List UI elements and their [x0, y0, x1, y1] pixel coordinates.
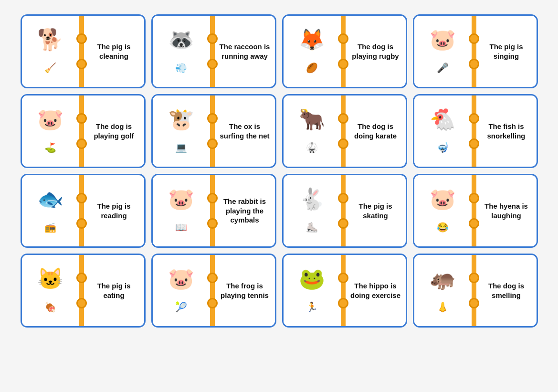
card-divider	[472, 255, 476, 326]
card-image: 🐸🏃	[284, 255, 341, 326]
card-pig-skating: 🐇⛸️ The pig is skating	[282, 174, 407, 248]
card-divider	[472, 175, 476, 246]
card-fish-snorkelling: 🐔🤿 The fish is snorkelling	[413, 94, 538, 168]
card-label: The rabbit is playing the cymbals	[220, 197, 270, 225]
card-image: 🐷🎤	[414, 16, 472, 87]
card-text: The frog is playing tennis	[215, 255, 275, 326]
card-divider	[341, 255, 346, 326]
card-dog-karate: 🐂🥋 The dog is doing karate	[282, 94, 407, 168]
card-label: The pig is skating	[350, 201, 401, 220]
card-text: The dog is playing golf	[84, 95, 144, 167]
card-text: The ox is surfing the net	[215, 95, 275, 167]
card-label: The dog is playing golf	[89, 122, 139, 140]
card-divider	[210, 95, 215, 167]
card-hyena-laughing: 🐷😂 The hyena is laughing	[413, 174, 538, 248]
card-text: The hyena is laughing	[476, 175, 537, 246]
card-text: The dog is playing rugby	[346, 16, 406, 87]
card-text: The fish is snorkelling	[476, 95, 537, 167]
card-text: The pig is skating	[346, 175, 406, 246]
card-image: 🦊🏉	[284, 16, 341, 87]
card-label: The hyena is laughing	[481, 201, 532, 220]
card-label: The dog is smelling	[481, 281, 532, 300]
card-text: The dog is doing karate	[346, 95, 406, 167]
card-label: The pig is singing	[481, 42, 532, 61]
card-row-3: 🐟📻 The pig is reading 🐷📖 The rabbit is p…	[14, 174, 544, 248]
card-rabbit-cymbals: 🐷📖 The rabbit is playing the cymbals	[151, 174, 276, 248]
card-image: 🐷🎾	[153, 255, 210, 326]
card-frog-tennis: 🐷🎾 The frog is playing tennis	[151, 254, 276, 328]
card-text: The pig is reading	[84, 175, 144, 246]
card-image: 🐟📻	[22, 175, 79, 246]
card-divider	[210, 175, 215, 246]
card-pig-singing: 🐷🎤 The pig is singing	[413, 14, 538, 88]
card-divider	[341, 175, 346, 246]
card-label: The pig is cleaning	[89, 42, 139, 61]
card-row-4: 🐱🍖 The pig is eating 🐷🎾 The frog is play…	[14, 254, 544, 328]
card-image: 🐷📖	[153, 175, 210, 246]
card-row-1: 🐕🧹 The pig is cleaning 🦝💨 The raccoon is…	[14, 14, 544, 88]
card-image: 🐇⛸️	[284, 175, 341, 246]
card-label: The fish is snorkelling	[481, 122, 532, 140]
card-label: The pig is reading	[89, 201, 139, 220]
card-image: 🐷⛳	[22, 95, 79, 167]
card-label: The hippo is doing exercise	[350, 281, 401, 300]
card-image: 🐂🥋	[284, 95, 341, 167]
card-label: The raccoon is running away	[220, 42, 270, 61]
card-text: The dog is smelling	[476, 255, 537, 326]
card-divider	[210, 16, 215, 87]
card-image: 🐱🍖	[22, 255, 79, 326]
card-divider	[341, 95, 346, 167]
card-text: The pig is cleaning	[84, 16, 144, 87]
card-image: 🐔🤿	[414, 95, 472, 167]
card-pig-reading: 🐟📻 The pig is reading	[21, 174, 146, 248]
card-divider	[472, 95, 476, 167]
card-dog-smelling: 🦛👃 The dog is smelling	[413, 254, 538, 328]
card-pig-cleaning: 🐕🧹 The pig is cleaning	[21, 14, 146, 88]
card-dog-golf: 🐷⛳ The dog is playing golf	[21, 94, 146, 168]
card-label: The pig is eating	[89, 281, 139, 300]
card-label: The dog is playing rugby	[350, 42, 401, 61]
card-label: The frog is playing tennis	[220, 281, 270, 300]
card-divider	[79, 16, 84, 87]
card-divider	[341, 16, 346, 87]
card-row-2: 🐷⛳ The dog is playing golf 🐮💻 The ox is …	[14, 94, 544, 168]
card-text: The hippo is doing exercise	[346, 255, 406, 326]
card-dog-rugby: 🦊🏉 The dog is playing rugby	[282, 14, 407, 88]
card-label: The dog is doing karate	[350, 122, 401, 140]
card-label: The ox is surfing the net	[220, 122, 270, 140]
card-divider	[79, 95, 84, 167]
card-text: The pig is singing	[476, 16, 537, 87]
card-image: 🐷😂	[414, 175, 472, 246]
card-pig-eating: 🐱🍖 The pig is eating	[21, 254, 146, 328]
card-text: The pig is eating	[84, 255, 144, 326]
card-text: The rabbit is playing the cymbals	[215, 175, 275, 246]
card-image: 🐕🧹	[22, 16, 79, 87]
card-text: The raccoon is running away	[215, 16, 275, 87]
card-ox-surfing: 🐮💻 The ox is surfing the net	[151, 94, 276, 168]
card-divider	[79, 175, 84, 246]
card-divider	[472, 16, 476, 87]
main-page: 🐕🧹 The pig is cleaning 🦝💨 The raccoon is…	[0, 0, 558, 392]
card-image: 🐮💻	[153, 95, 210, 167]
card-raccoon-running: 🦝💨 The raccoon is running away	[151, 14, 276, 88]
card-hippo-exercise: 🐸🏃 The hippo is doing exercise	[282, 254, 407, 328]
card-image: 🦝💨	[153, 16, 210, 87]
card-divider	[210, 255, 215, 326]
card-divider	[79, 255, 84, 326]
card-image: 🦛👃	[414, 255, 472, 326]
